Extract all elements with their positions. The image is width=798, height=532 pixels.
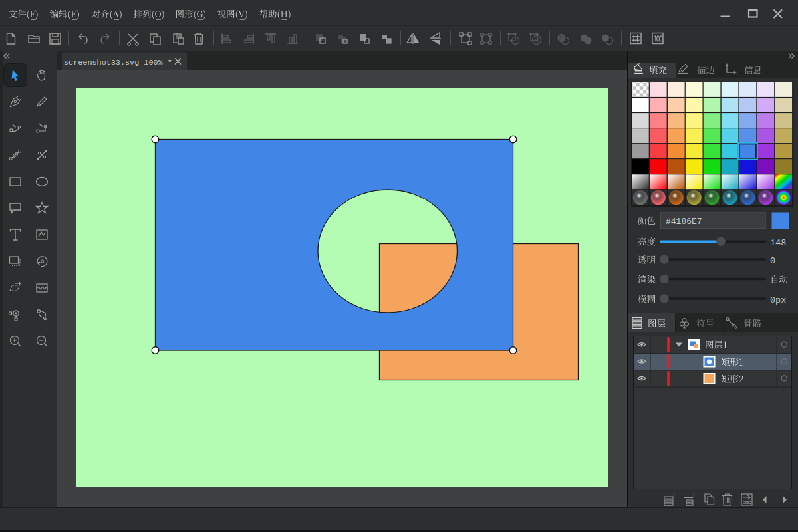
svg-text:screenshot33.svg 100% *: screenshot33.svg 100% *	[64, 58, 172, 67]
svg-text:148: 148	[770, 238, 786, 248]
svg-text:0: 0	[770, 256, 775, 266]
svg-text:#4186E7: #4186E7	[666, 217, 702, 227]
svg-text:0px: 0px	[770, 295, 786, 305]
